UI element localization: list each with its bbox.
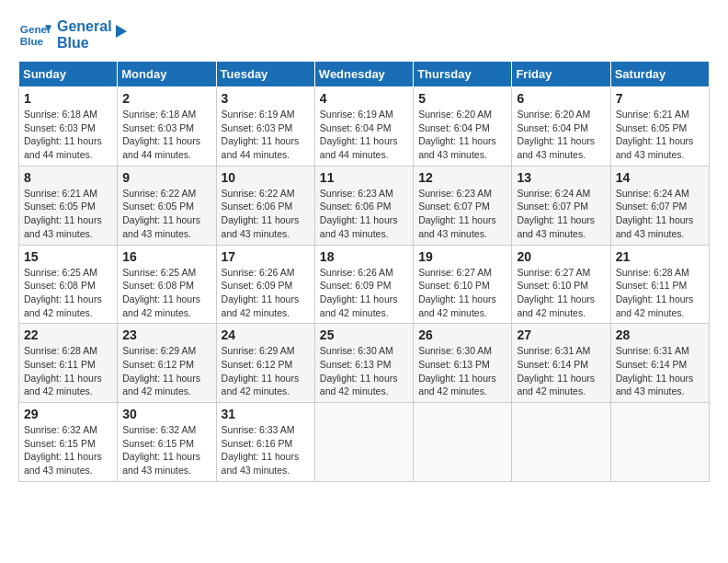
calendar-day-cell: 18Sunrise: 6:26 AMSunset: 6:09 PMDayligh… <box>314 245 413 324</box>
calendar-day-cell <box>314 403 413 482</box>
calendar-day-cell: 6Sunrise: 6:20 AMSunset: 6:04 PMDaylight… <box>512 87 610 167</box>
calendar-day-cell: 9Sunrise: 6:22 AMSunset: 6:05 PMDaylight… <box>118 166 216 245</box>
day-number: 30 <box>122 407 210 421</box>
day-info: Sunrise: 6:26 AMSunset: 6:09 PMDaylight:… <box>320 266 408 320</box>
calendar-week-row: 15Sunrise: 6:25 AMSunset: 6:08 PMDayligh… <box>19 245 710 324</box>
calendar-week-row: 22Sunrise: 6:28 AMSunset: 6:11 PMDayligh… <box>19 324 710 403</box>
day-number: 4 <box>320 91 408 106</box>
calendar-day-cell: 15Sunrise: 6:25 AMSunset: 6:08 PMDayligh… <box>19 245 118 324</box>
day-info: Sunrise: 6:18 AMSunset: 6:03 PMDaylight:… <box>122 108 210 162</box>
day-number: 19 <box>418 249 506 264</box>
day-number: 31 <box>222 407 310 421</box>
day-info: Sunrise: 6:28 AMSunset: 6:11 PMDaylight:… <box>24 344 112 398</box>
day-number: 11 <box>320 170 408 185</box>
logo-text-blue: Blue <box>57 35 112 52</box>
day-info: Sunrise: 6:30 AMSunset: 6:13 PMDaylight:… <box>320 344 408 398</box>
calendar-day-cell: 10Sunrise: 6:22 AMSunset: 6:06 PMDayligh… <box>216 166 314 245</box>
day-number: 15 <box>24 249 112 264</box>
day-info: Sunrise: 6:20 AMSunset: 6:04 PMDaylight:… <box>517 108 605 162</box>
calendar-day-cell: 19Sunrise: 6:27 AMSunset: 6:10 PMDayligh… <box>414 245 512 324</box>
day-number: 23 <box>122 327 210 342</box>
day-number: 21 <box>616 249 704 264</box>
day-info: Sunrise: 6:19 AMSunset: 6:03 PMDaylight:… <box>222 108 310 162</box>
day-info: Sunrise: 6:26 AMSunset: 6:09 PMDaylight:… <box>222 266 310 320</box>
logo-icon: General Blue <box>18 18 51 52</box>
calendar-day-cell: 3Sunrise: 6:19 AMSunset: 6:03 PMDaylight… <box>216 87 314 167</box>
day-number: 1 <box>24 91 112 106</box>
calendar-day-cell <box>610 403 709 482</box>
page-header: General Blue General Blue <box>18 18 710 52</box>
day-info: Sunrise: 6:24 AMSunset: 6:07 PMDaylight:… <box>616 187 704 241</box>
calendar-week-row: 8Sunrise: 6:21 AMSunset: 6:05 PMDaylight… <box>19 166 710 245</box>
day-number: 10 <box>222 170 310 185</box>
calendar-day-cell: 14Sunrise: 6:24 AMSunset: 6:07 PMDayligh… <box>610 166 709 245</box>
day-number: 27 <box>517 327 605 342</box>
weekday-header-cell: Sunday <box>19 62 118 87</box>
svg-text:Blue: Blue <box>20 35 44 47</box>
day-info: Sunrise: 6:27 AMSunset: 6:10 PMDaylight:… <box>418 266 506 320</box>
weekday-header-row: SundayMondayTuesdayWednesdayThursdayFrid… <box>19 62 710 87</box>
calendar-day-cell <box>414 403 512 482</box>
calendar-table: SundayMondayTuesdayWednesdayThursdayFrid… <box>18 61 710 482</box>
day-number: 22 <box>24 327 112 342</box>
day-info: Sunrise: 6:18 AMSunset: 6:03 PMDaylight:… <box>24 108 112 162</box>
day-number: 24 <box>222 327 310 342</box>
day-info: Sunrise: 6:30 AMSunset: 6:13 PMDaylight:… <box>418 344 506 398</box>
day-info: Sunrise: 6:25 AMSunset: 6:08 PMDaylight:… <box>122 266 210 320</box>
calendar-week-row: 29Sunrise: 6:32 AMSunset: 6:15 PMDayligh… <box>19 403 710 482</box>
day-info: Sunrise: 6:29 AMSunset: 6:12 PMDaylight:… <box>122 344 210 398</box>
day-number: 6 <box>517 91 605 106</box>
calendar-day-cell: 13Sunrise: 6:24 AMSunset: 6:07 PMDayligh… <box>512 166 610 245</box>
svg-marker-3 <box>116 25 127 38</box>
logo: General Blue General Blue <box>18 18 129 52</box>
day-info: Sunrise: 6:27 AMSunset: 6:10 PMDaylight:… <box>517 266 605 320</box>
day-info: Sunrise: 6:21 AMSunset: 6:05 PMDaylight:… <box>24 187 112 241</box>
calendar-day-cell: 28Sunrise: 6:31 AMSunset: 6:14 PMDayligh… <box>610 324 709 403</box>
day-info: Sunrise: 6:32 AMSunset: 6:15 PMDaylight:… <box>24 423 112 477</box>
day-number: 29 <box>24 407 112 421</box>
day-info: Sunrise: 6:21 AMSunset: 6:05 PMDaylight:… <box>616 108 704 162</box>
calendar-day-cell: 22Sunrise: 6:28 AMSunset: 6:11 PMDayligh… <box>19 324 118 403</box>
logo-text-general: General <box>57 18 112 35</box>
calendar-day-cell: 25Sunrise: 6:30 AMSunset: 6:13 PMDayligh… <box>314 324 413 403</box>
day-info: Sunrise: 6:25 AMSunset: 6:08 PMDaylight:… <box>24 266 112 320</box>
day-number: 8 <box>24 170 112 185</box>
day-number: 26 <box>418 327 506 342</box>
day-info: Sunrise: 6:19 AMSunset: 6:04 PMDaylight:… <box>320 108 408 162</box>
day-info: Sunrise: 6:23 AMSunset: 6:07 PMDaylight:… <box>418 187 506 241</box>
calendar-week-row: 1Sunrise: 6:18 AMSunset: 6:03 PMDaylight… <box>19 87 710 167</box>
calendar-day-cell: 1Sunrise: 6:18 AMSunset: 6:03 PMDaylight… <box>19 87 118 167</box>
day-number: 28 <box>616 327 704 342</box>
calendar-body: 1Sunrise: 6:18 AMSunset: 6:03 PMDaylight… <box>19 87 710 482</box>
day-number: 2 <box>122 91 210 106</box>
calendar-day-cell: 27Sunrise: 6:31 AMSunset: 6:14 PMDayligh… <box>512 324 610 403</box>
calendar-day-cell: 21Sunrise: 6:28 AMSunset: 6:11 PMDayligh… <box>610 245 709 324</box>
day-number: 12 <box>418 170 506 185</box>
day-info: Sunrise: 6:33 AMSunset: 6:16 PMDaylight:… <box>222 423 310 477</box>
day-info: Sunrise: 6:29 AMSunset: 6:12 PMDaylight:… <box>222 344 310 398</box>
day-info: Sunrise: 6:28 AMSunset: 6:11 PMDaylight:… <box>616 266 704 320</box>
day-number: 25 <box>320 327 408 342</box>
calendar-day-cell <box>512 403 610 482</box>
svg-text:General: General <box>20 23 51 35</box>
day-number: 9 <box>122 170 210 185</box>
day-info: Sunrise: 6:23 AMSunset: 6:06 PMDaylight:… <box>320 187 408 241</box>
calendar-day-cell: 29Sunrise: 6:32 AMSunset: 6:15 PMDayligh… <box>19 403 118 482</box>
day-info: Sunrise: 6:31 AMSunset: 6:14 PMDaylight:… <box>616 344 704 398</box>
calendar-day-cell: 17Sunrise: 6:26 AMSunset: 6:09 PMDayligh… <box>216 245 314 324</box>
day-number: 17 <box>222 249 310 264</box>
weekday-header-cell: Tuesday <box>216 62 314 87</box>
calendar-day-cell: 23Sunrise: 6:29 AMSunset: 6:12 PMDayligh… <box>118 324 216 403</box>
calendar-day-cell: 11Sunrise: 6:23 AMSunset: 6:06 PMDayligh… <box>314 166 413 245</box>
weekday-header-cell: Friday <box>512 62 610 87</box>
calendar-day-cell: 31Sunrise: 6:33 AMSunset: 6:16 PMDayligh… <box>216 403 314 482</box>
calendar-day-cell: 2Sunrise: 6:18 AMSunset: 6:03 PMDaylight… <box>118 87 216 167</box>
day-number: 3 <box>222 91 310 106</box>
day-info: Sunrise: 6:24 AMSunset: 6:07 PMDaylight:… <box>517 187 605 241</box>
weekday-header-cell: Wednesday <box>314 62 413 87</box>
day-info: Sunrise: 6:22 AMSunset: 6:05 PMDaylight:… <box>122 187 210 241</box>
calendar-day-cell: 20Sunrise: 6:27 AMSunset: 6:10 PMDayligh… <box>512 245 610 324</box>
calendar-day-cell: 30Sunrise: 6:32 AMSunset: 6:15 PMDayligh… <box>118 403 216 482</box>
calendar-day-cell: 26Sunrise: 6:30 AMSunset: 6:13 PMDayligh… <box>414 324 512 403</box>
day-number: 18 <box>320 249 408 264</box>
